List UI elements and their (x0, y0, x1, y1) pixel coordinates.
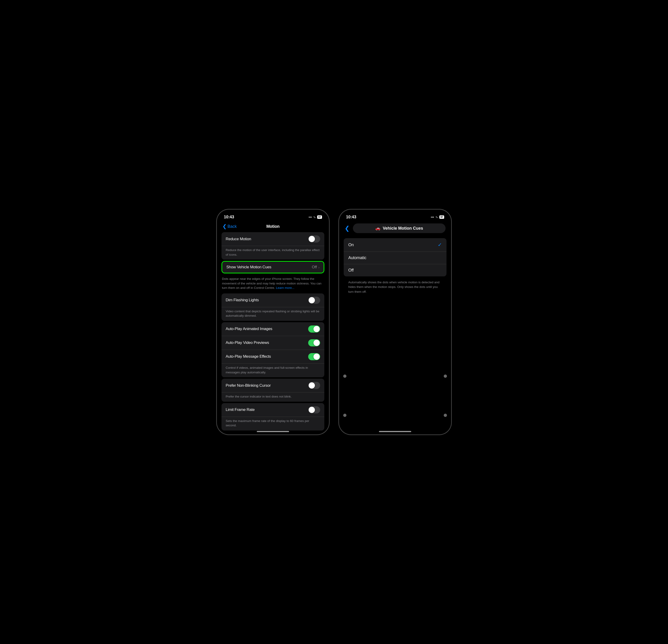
dim-flashing-label: Dim Flashing Lights (226, 298, 259, 302)
learn-more-link[interactable]: Learn more... (276, 286, 294, 289)
frame-rate-knob (309, 407, 315, 413)
battery-1: 97 (317, 215, 322, 219)
frame-rate-row[interactable]: Limit Frame Rate (222, 403, 324, 417)
options-description: Automatically shows the dots when vehicl… (344, 278, 446, 294)
frame-rate-label: Limit Frame Rate (226, 407, 255, 412)
vehicle-motion-value-row: Off › (312, 265, 319, 269)
autoplay-message-label: Auto-Play Message Effects (226, 354, 271, 359)
autoplay-animated-toggle[interactable] (308, 326, 320, 333)
autoplay-video-row[interactable]: Auto-Play Video Previews (222, 336, 324, 350)
dim-flashing-group: Dim Flashing Lights Video content that d… (222, 294, 324, 321)
frame-rate-toggle[interactable] (308, 406, 320, 413)
autoplay-video-knob (314, 340, 320, 346)
status-icons-2: ▪▪▪ ∿ 97 (431, 215, 444, 219)
option-on-label: On (348, 242, 354, 247)
autoplay-video-label: Auto-Play Video Previews (226, 341, 269, 345)
content-1: Reduce Motion Reduce the motion of the u… (217, 232, 329, 435)
reduce-motion-knob (309, 236, 315, 242)
autoplay-desc: Control if videos, animated images and f… (222, 364, 324, 377)
vehicle-motion-desc: Dots appear near the edges of your iPhon… (222, 275, 324, 294)
dots-area (339, 328, 451, 435)
time-2: 10:43 (346, 215, 356, 220)
signal-icon-2: ▪▪▪ (431, 215, 434, 219)
autoplay-animated-label: Auto-Play Animated Images (226, 327, 272, 331)
page-title-1: Motion (266, 224, 279, 229)
autoplay-group: Auto-Play Animated Images Auto-Play Vide… (222, 322, 324, 377)
back-chevron-1: ❮ (223, 223, 227, 230)
vehicle-motion-value: Off (312, 265, 317, 269)
page-title-container-2: 🚗 Vehicle Motion Cues (353, 223, 445, 233)
dot-right-mid (444, 375, 447, 378)
phones-container: 10:43 ▪▪▪ ∿ 97 ❮ Back Motion (216, 209, 452, 435)
dot-left-bot (343, 414, 347, 417)
cursor-knob (309, 382, 315, 389)
car-icon: 🚗 (375, 226, 380, 231)
option-automatic-row[interactable]: Automatic (344, 252, 446, 264)
reduce-motion-desc: Reduce the motion of the user interface,… (222, 246, 324, 260)
option-on-row[interactable]: On ✓ (344, 238, 446, 252)
dynamic-island (258, 213, 288, 221)
dynamic-island-2 (380, 213, 410, 221)
signal-icon-1: ▪▪▪ (309, 215, 312, 219)
reduce-motion-label: Reduce Motion (226, 237, 251, 241)
home-indicator-2 (379, 431, 411, 432)
reduce-motion-group: Reduce Motion Reduce the motion of the u… (222, 232, 324, 260)
page-title-2: Vehicle Motion Cues (383, 226, 423, 231)
autoplay-animated-row[interactable]: Auto-Play Animated Images (222, 322, 324, 336)
vehicle-motion-chevron: › (318, 265, 319, 269)
cursor-group: Prefer Non-Blinking Cursor Prefer the cu… (222, 379, 324, 402)
vehicle-motion-group: Show Vehicle Motion Cues Off › (222, 261, 324, 273)
cursor-toggle[interactable] (308, 382, 320, 389)
cursor-row[interactable]: Prefer Non-Blinking Cursor (222, 379, 324, 392)
back-button-2[interactable]: ❮ (345, 225, 350, 232)
status-icons-1: ▪▪▪ ∿ 97 (309, 215, 322, 219)
phone-2: 10:43 ▪▪▪ ∿ 97 ❮ 🚗 Vehicle Motion Cues (339, 209, 452, 435)
autoplay-message-row[interactable]: Auto-Play Message Effects (222, 350, 324, 364)
wifi-icon-2: ∿ (436, 215, 438, 219)
autoplay-message-knob (314, 354, 320, 360)
back-label-1[interactable]: Back (228, 224, 237, 229)
frame-rate-desc: Sets the maximum frame rate of the displ… (222, 417, 324, 430)
dot-left-mid (343, 375, 347, 378)
option-off-row[interactable]: Off (344, 264, 446, 277)
option-automatic-label: Automatic (348, 255, 366, 260)
nav-bar-2: ❮ 🚗 Vehicle Motion Cues (339, 221, 451, 236)
battery-2: 97 (439, 215, 444, 219)
phone-1: 10:43 ▪▪▪ ∿ 97 ❮ Back Motion (216, 209, 329, 435)
option-on-check: ✓ (438, 242, 442, 248)
nav-bar-1: ❮ Back Motion (217, 221, 329, 232)
vehicle-motion-label: Show Vehicle Motion Cues (226, 265, 271, 269)
dim-flashing-knob (309, 297, 315, 303)
autoplay-video-toggle[interactable] (308, 339, 320, 346)
frame-rate-group: Limit Frame Rate Sets the maximum frame … (222, 403, 324, 430)
dim-flashing-toggle[interactable] (308, 297, 320, 304)
reduce-motion-row[interactable]: Reduce Motion (222, 232, 324, 246)
reduce-motion-toggle[interactable] (308, 235, 320, 242)
cursor-label: Prefer Non-Blinking Cursor (226, 383, 271, 388)
options-group: On ✓ Automatic Off (344, 238, 446, 277)
dot-right-bot (444, 414, 447, 417)
spacer-top (339, 236, 451, 238)
dim-flashing-desc: Video content that depicts repeated flas… (222, 307, 324, 321)
back-button-1[interactable]: ❮ Back (223, 223, 237, 230)
time-1: 10:43 (224, 215, 234, 220)
wifi-icon-1: ∿ (313, 215, 316, 219)
autoplay-animated-knob (314, 326, 320, 332)
vehicle-motion-row[interactable]: Show Vehicle Motion Cues Off › (222, 262, 324, 273)
autoplay-message-toggle[interactable] (308, 353, 320, 360)
cursor-desc: Prefer the cursor indicator in text does… (222, 392, 324, 402)
home-indicator-1 (257, 431, 289, 432)
dim-flashing-row[interactable]: Dim Flashing Lights (222, 294, 324, 307)
option-off-label: Off (348, 268, 353, 273)
